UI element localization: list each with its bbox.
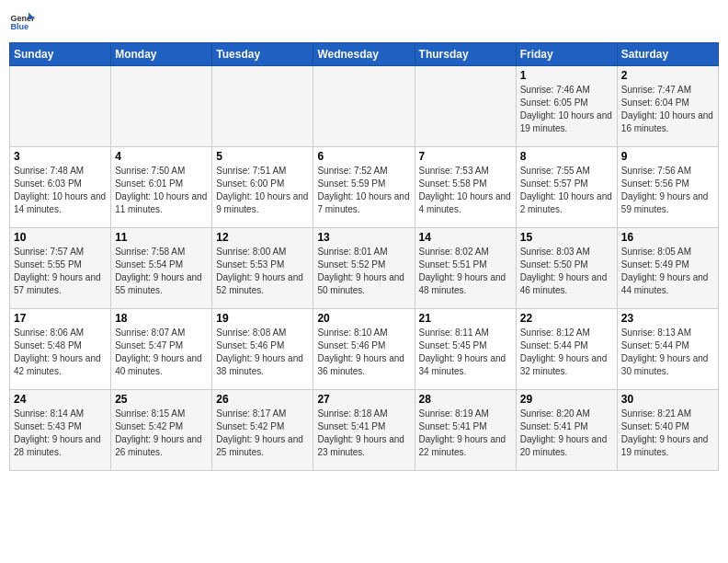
calendar-cell: 23Sunrise: 8:13 AMSunset: 5:44 PMDayligh…	[617, 309, 718, 390]
day-info: Sunrise: 8:17 AMSunset: 5:42 PMDaylight:…	[216, 408, 309, 459]
svg-text:Blue: Blue	[10, 22, 28, 31]
calendar-cell: 25Sunrise: 8:15 AMSunset: 5:42 PMDayligh…	[111, 390, 212, 471]
day-number: 30	[621, 393, 714, 406]
calendar-cell: 29Sunrise: 8:20 AMSunset: 5:41 PMDayligh…	[516, 390, 617, 471]
day-number: 14	[419, 231, 512, 244]
day-info: Sunrise: 8:01 AMSunset: 5:52 PMDaylight:…	[317, 246, 410, 297]
calendar-cell: 2Sunrise: 7:47 AMSunset: 6:04 PMDaylight…	[617, 66, 718, 147]
day-info: Sunrise: 8:10 AMSunset: 5:46 PMDaylight:…	[317, 327, 410, 378]
day-info: Sunrise: 8:15 AMSunset: 5:42 PMDaylight:…	[115, 408, 208, 459]
day-number: 11	[115, 231, 208, 244]
day-number: 27	[317, 393, 410, 406]
calendar-header: SundayMondayTuesdayWednesdayThursdayFrid…	[10, 43, 719, 66]
day-info: Sunrise: 7:47 AMSunset: 6:04 PMDaylight:…	[621, 84, 714, 135]
day-info: Sunrise: 7:58 AMSunset: 5:54 PMDaylight:…	[115, 246, 208, 297]
day-number: 23	[621, 312, 714, 325]
day-number: 17	[14, 312, 107, 325]
calendar-cell: 27Sunrise: 8:18 AMSunset: 5:41 PMDayligh…	[313, 390, 415, 471]
day-number: 16	[621, 231, 714, 244]
calendar-cell	[212, 66, 313, 147]
day-number: 9	[621, 150, 714, 163]
calendar-week: 24Sunrise: 8:14 AMSunset: 5:43 PMDayligh…	[10, 390, 719, 471]
calendar-cell: 14Sunrise: 8:02 AMSunset: 5:51 PMDayligh…	[415, 228, 516, 309]
calendar-cell: 22Sunrise: 8:12 AMSunset: 5:44 PMDayligh…	[516, 309, 617, 390]
calendar-cell	[415, 66, 516, 147]
day-number: 26	[216, 393, 309, 406]
day-info: Sunrise: 8:02 AMSunset: 5:51 PMDaylight:…	[419, 246, 512, 297]
weekday-row: SundayMondayTuesdayWednesdayThursdayFrid…	[10, 43, 719, 66]
day-number: 7	[419, 150, 512, 163]
day-info: Sunrise: 8:08 AMSunset: 5:46 PMDaylight:…	[216, 327, 309, 378]
day-number: 25	[115, 393, 208, 406]
calendar-cell: 19Sunrise: 8:08 AMSunset: 5:46 PMDayligh…	[212, 309, 313, 390]
day-info: Sunrise: 8:12 AMSunset: 5:44 PMDaylight:…	[520, 327, 613, 378]
day-number: 8	[520, 150, 613, 163]
calendar-cell: 6Sunrise: 7:52 AMSunset: 5:59 PMDaylight…	[313, 147, 415, 228]
calendar-cell: 7Sunrise: 7:53 AMSunset: 5:58 PMDaylight…	[415, 147, 516, 228]
weekday-header: Tuesday	[212, 43, 313, 66]
day-info: Sunrise: 8:21 AMSunset: 5:40 PMDaylight:…	[621, 408, 714, 459]
day-info: Sunrise: 7:52 AMSunset: 5:59 PMDaylight:…	[317, 165, 410, 216]
calendar-cell: 11Sunrise: 7:58 AMSunset: 5:54 PMDayligh…	[111, 228, 212, 309]
day-info: Sunrise: 8:03 AMSunset: 5:50 PMDaylight:…	[520, 246, 613, 297]
calendar-cell: 18Sunrise: 8:07 AMSunset: 5:47 PMDayligh…	[111, 309, 212, 390]
day-info: Sunrise: 7:48 AMSunset: 6:03 PMDaylight:…	[14, 165, 107, 216]
calendar-cell: 26Sunrise: 8:17 AMSunset: 5:42 PMDayligh…	[212, 390, 313, 471]
day-number: 28	[419, 393, 512, 406]
calendar-cell	[10, 66, 111, 147]
day-number: 12	[216, 231, 309, 244]
calendar-cell: 5Sunrise: 7:51 AMSunset: 6:00 PMDaylight…	[212, 147, 313, 228]
calendar-cell: 15Sunrise: 8:03 AMSunset: 5:50 PMDayligh…	[516, 228, 617, 309]
calendar-cell: 9Sunrise: 7:56 AMSunset: 5:56 PMDaylight…	[617, 147, 718, 228]
logo: General Blue	[9, 9, 35, 35]
day-info: Sunrise: 8:13 AMSunset: 5:44 PMDaylight:…	[621, 327, 714, 378]
calendar-cell: 16Sunrise: 8:05 AMSunset: 5:49 PMDayligh…	[617, 228, 718, 309]
day-info: Sunrise: 8:05 AMSunset: 5:49 PMDaylight:…	[621, 246, 714, 297]
header: General Blue	[9, 9, 719, 35]
day-info: Sunrise: 7:56 AMSunset: 5:56 PMDaylight:…	[621, 165, 714, 216]
day-number: 15	[520, 231, 613, 244]
day-number: 10	[14, 231, 107, 244]
day-info: Sunrise: 8:06 AMSunset: 5:48 PMDaylight:…	[14, 327, 107, 378]
calendar-cell: 12Sunrise: 8:00 AMSunset: 5:53 PMDayligh…	[212, 228, 313, 309]
day-info: Sunrise: 7:46 AMSunset: 6:05 PMDaylight:…	[520, 84, 613, 135]
calendar-cell: 30Sunrise: 8:21 AMSunset: 5:40 PMDayligh…	[617, 390, 718, 471]
calendar-cell: 13Sunrise: 8:01 AMSunset: 5:52 PMDayligh…	[313, 228, 415, 309]
day-info: Sunrise: 8:00 AMSunset: 5:53 PMDaylight:…	[216, 246, 309, 297]
day-number: 18	[115, 312, 208, 325]
weekday-header: Monday	[111, 43, 212, 66]
day-number: 22	[520, 312, 613, 325]
day-number: 13	[317, 231, 410, 244]
calendar-cell: 28Sunrise: 8:19 AMSunset: 5:41 PMDayligh…	[415, 390, 516, 471]
day-number: 6	[317, 150, 410, 163]
day-number: 29	[520, 393, 613, 406]
logo-icon: General Blue	[9, 9, 35, 35]
calendar-week: 1Sunrise: 7:46 AMSunset: 6:05 PMDaylight…	[10, 66, 719, 147]
calendar-body: 1Sunrise: 7:46 AMSunset: 6:05 PMDaylight…	[10, 66, 719, 471]
day-info: Sunrise: 7:55 AMSunset: 5:57 PMDaylight:…	[520, 165, 613, 216]
day-number: 1	[520, 69, 613, 82]
calendar-cell	[111, 66, 212, 147]
calendar-cell: 24Sunrise: 8:14 AMSunset: 5:43 PMDayligh…	[10, 390, 111, 471]
day-info: Sunrise: 7:50 AMSunset: 6:01 PMDaylight:…	[115, 165, 208, 216]
weekday-header: Thursday	[415, 43, 516, 66]
calendar-cell: 1Sunrise: 7:46 AMSunset: 6:05 PMDaylight…	[516, 66, 617, 147]
day-info: Sunrise: 7:57 AMSunset: 5:55 PMDaylight:…	[14, 246, 107, 297]
calendar-cell: 10Sunrise: 7:57 AMSunset: 5:55 PMDayligh…	[10, 228, 111, 309]
day-info: Sunrise: 8:14 AMSunset: 5:43 PMDaylight:…	[14, 408, 107, 459]
weekday-header: Sunday	[10, 43, 111, 66]
calendar-week: 17Sunrise: 8:06 AMSunset: 5:48 PMDayligh…	[10, 309, 719, 390]
day-info: Sunrise: 8:20 AMSunset: 5:41 PMDaylight:…	[520, 408, 613, 459]
day-number: 19	[216, 312, 309, 325]
day-info: Sunrise: 7:53 AMSunset: 5:58 PMDaylight:…	[419, 165, 512, 216]
calendar-table: SundayMondayTuesdayWednesdayThursdayFrid…	[9, 42, 719, 471]
day-info: Sunrise: 8:18 AMSunset: 5:41 PMDaylight:…	[317, 408, 410, 459]
day-number: 5	[216, 150, 309, 163]
calendar-cell: 20Sunrise: 8:10 AMSunset: 5:46 PMDayligh…	[313, 309, 415, 390]
calendar-cell: 21Sunrise: 8:11 AMSunset: 5:45 PMDayligh…	[415, 309, 516, 390]
day-number: 2	[621, 69, 714, 82]
calendar-cell	[313, 66, 415, 147]
day-number: 20	[317, 312, 410, 325]
day-info: Sunrise: 7:51 AMSunset: 6:00 PMDaylight:…	[216, 165, 309, 216]
day-info: Sunrise: 8:07 AMSunset: 5:47 PMDaylight:…	[115, 327, 208, 378]
